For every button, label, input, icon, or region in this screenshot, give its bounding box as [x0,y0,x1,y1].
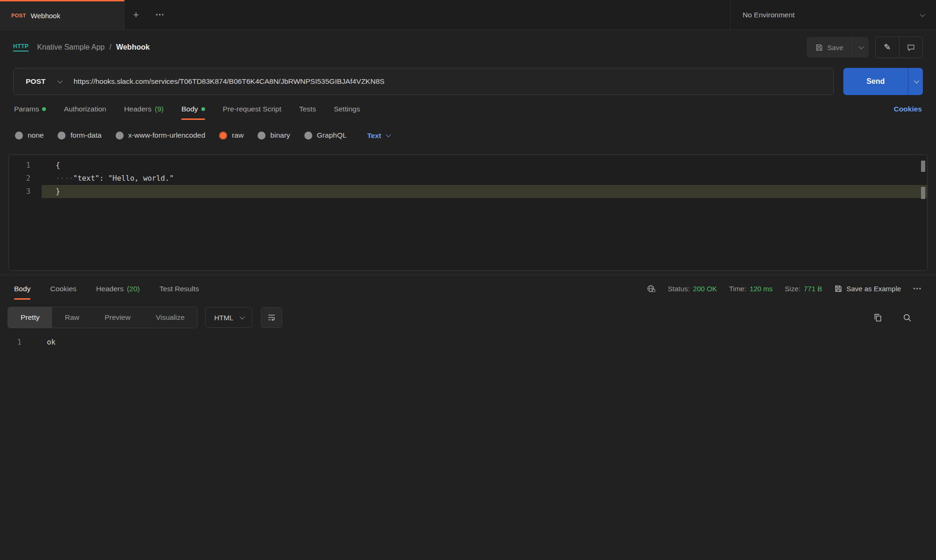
body-type-urlencoded[interactable]: x-www-form-urlencoded [116,131,206,140]
status-badge: Status: 200 OK [668,285,717,293]
request-tabs: Params Authorization Headers (9) Body Pr… [0,96,936,123]
radio-icon [258,132,265,140]
save-as-example-button[interactable]: Save as Example [834,285,901,293]
url-input[interactable] [74,68,833,95]
view-preview[interactable]: Preview [92,307,143,328]
size-label: Size: [785,285,800,293]
header-actions: Save ✎ [807,37,923,58]
tab-label: Body [181,105,198,113]
green-dot-icon [42,107,46,111]
chevron-down-icon [58,78,63,83]
body-type-graphql[interactable]: GraphQL [304,131,347,140]
body-type-label: x-www-form-urlencoded [128,131,206,140]
breadcrumb-request-name[interactable]: Webhook [116,43,150,52]
send-button[interactable]: Send [843,68,908,95]
chevron-down-icon [914,78,919,83]
new-tab-button[interactable]: + [125,0,147,29]
editor-line[interactable]: 2 ····"text": "Hello, world." [9,172,927,185]
tab-label: Headers [124,105,152,113]
view-visualize[interactable]: Visualize [143,307,198,328]
send-button-label: Send [866,77,884,86]
response-options-button[interactable]: ••• [913,286,922,292]
breadcrumb-collection[interactable]: Knative Sample App [37,43,104,52]
line-number: 3 [9,185,42,198]
request-body-editor[interactable]: 1 { 2 ····"text": "Hello, world." 3 } [8,155,928,271]
body-type-label: form-data [70,131,101,140]
save-button-label: Save [827,44,843,52]
save-options-button[interactable] [852,37,869,58]
request-header: HTTP Knative Sample App / Webhook Save ✎ [0,30,936,65]
whitespace-dots: ···· [56,174,73,183]
response-tab-headers[interactable]: Headers (20) [96,275,140,302]
view-raw[interactable]: Raw [52,307,92,328]
cookies-link[interactable]: Cookies [894,105,922,113]
search-button[interactable] [903,313,912,322]
save-as-example-label: Save as Example [847,285,901,293]
chevron-down-icon [920,11,925,16]
view-pretty[interactable]: Pretty [8,307,52,328]
scrollbar-mark[interactable] [921,187,925,199]
toolbar-right [873,313,929,322]
save-icon [834,285,842,293]
tab-settings[interactable]: Settings [334,96,360,123]
tab-label: Tests [299,105,316,113]
code-text: } [42,185,927,198]
tab-label: Body [14,285,30,293]
time-badge: Time: 120 ms [729,285,773,293]
editor-line-current[interactable]: 3 } [9,185,927,198]
save-button[interactable]: Save [807,37,852,58]
send-button-group: Send [843,68,923,95]
body-type-none[interactable]: none [15,131,44,140]
tab-title: Webhook [31,12,60,20]
tab-options-button[interactable]: ••• [147,0,173,29]
response-tab-cookies[interactable]: Cookies [50,275,76,302]
tab-body[interactable]: Body [181,96,205,123]
comment-button[interactable] [899,37,922,58]
tab-label: Settings [334,105,360,113]
raw-language-selector[interactable]: Text [367,132,390,140]
tab-headers[interactable]: Headers (9) [124,96,164,123]
format-selector[interactable]: HTML [205,307,252,328]
method-selector[interactable]: POST [14,68,74,95]
line-number: 1 [9,159,42,172]
response-header: Body Cookies Headers (20) Test Results S… [0,274,936,302]
raw-language-label: Text [367,132,381,140]
environment-label: No Environment [743,11,795,19]
tab-tests[interactable]: Tests [299,96,316,123]
body-type-raw[interactable]: raw [219,131,243,140]
scrollbar-mark[interactable] [921,161,925,172]
word-wrap-button[interactable] [261,307,282,328]
body-type-binary[interactable]: binary [258,131,290,140]
green-dot-icon [201,107,205,111]
tab-label: Authorization [64,105,106,113]
request-tab-webhook[interactable]: POST Webhook [0,0,125,29]
copy-button[interactable] [873,313,882,322]
tab-authorization[interactable]: Authorization [64,96,106,123]
response-tab-test-results[interactable]: Test Results [160,275,199,302]
format-label: HTML [214,314,233,322]
breadcrumb-separator: / [109,43,111,52]
environment-selector[interactable]: No Environment [730,0,936,29]
tab-params[interactable]: Params [14,96,46,123]
time-value: 120 ms [750,285,773,293]
method-label: POST [26,77,45,86]
body-type-row: none form-data x-www-form-urlencoded raw… [0,123,936,148]
line-number: 1 [0,335,33,349]
edit-button[interactable]: ✎ [876,37,899,58]
editor-line[interactable]: 1 { [9,159,927,172]
send-options-button[interactable] [908,68,923,95]
tab-count: (9) [155,105,163,113]
response-tab-body[interactable]: Body [14,275,30,302]
word-wrap-icon [267,313,276,322]
tab-pre-request-script[interactable]: Pre-request Script [223,96,281,123]
radio-icon [304,132,312,140]
network-info-icon[interactable] [647,284,656,293]
body-type-form-data[interactable]: form-data [58,131,101,140]
radio-selected-icon [219,132,227,140]
copy-icon [873,313,882,322]
url-row: POST Send [0,65,936,96]
response-body[interactable]: 1 ok [0,330,936,349]
tab-label: Test Results [160,285,199,293]
plus-icon: + [133,9,139,21]
tab-label: Cookies [50,285,76,293]
